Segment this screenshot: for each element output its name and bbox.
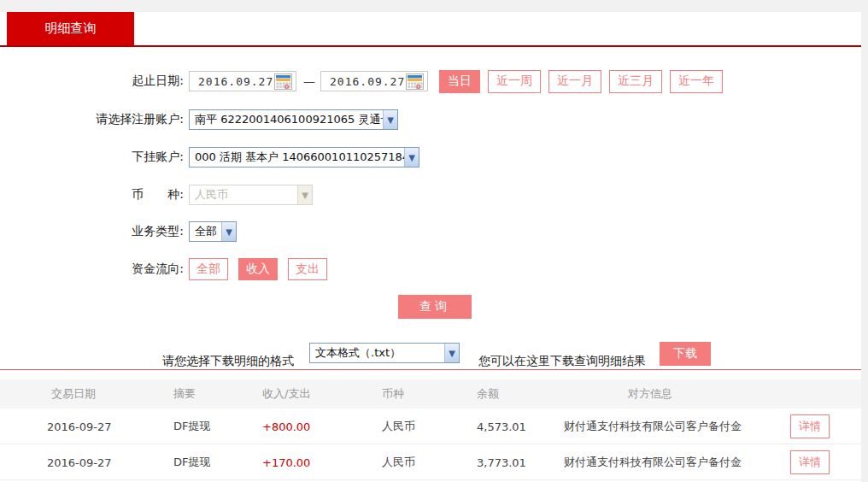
download-format-label: 请您选择下载明细的格式 (162, 354, 294, 369)
fund-direction-row: 资金流向: 全部 收入 支出 (0, 257, 337, 281)
date-separator: — (303, 74, 315, 88)
currency-row: 币 种: 人民币 ▼ (0, 184, 313, 206)
quick-btn-month[interactable]: 近一月 (548, 70, 601, 93)
header-currency: 币种 (382, 386, 404, 402)
sub-account-label: 下挂账户: (0, 150, 184, 165)
cell-date: 2016-09-27 (47, 420, 112, 432)
cell-amount: +800.00 (262, 420, 310, 432)
header-balance: 余额 (477, 386, 499, 402)
cell-currency: 人民币 (382, 419, 415, 434)
header-counterparty: 对方信息 (628, 386, 672, 402)
detail-button[interactable]: 详情 (790, 450, 830, 474)
flow-btn-expense[interactable]: 支出 (288, 258, 327, 280)
end-date-value: 2016.09.27 (330, 75, 406, 88)
date-range-row: 起止日期: 2016.09.27 — 2016.09.27 (0, 70, 723, 92)
calendar-icon[interactable] (406, 73, 424, 90)
quick-btn-year-label: 近一年 (678, 73, 714, 89)
table-top-divider (0, 369, 861, 370)
quick-btn-today-label: 当日 (448, 73, 472, 89)
query-button[interactable]: 查询 (398, 295, 472, 319)
register-account-value: 南平 6222001406100921065 灵通卡 (190, 112, 383, 127)
cell-counterparty: 财付通支付科技有限公司客户备付金 (564, 419, 742, 434)
query-button-label: 查询 (419, 299, 450, 314)
download-format-select[interactable]: 文本格式（.txt） ▼ (309, 343, 460, 363)
currency-label: 币 种: (0, 187, 184, 203)
content-panel: 明细查询 起止日期: 2016.09.27 — 2016.09.27 (0, 12, 861, 482)
flow-btn-income-label: 收入 (246, 262, 270, 277)
quick-btn-year[interactable]: 近一年 (670, 70, 723, 93)
header-date: 交易日期 (51, 386, 96, 402)
flow-btn-expense-label: 支出 (296, 262, 320, 277)
business-type-label: 业务类型: (0, 224, 184, 239)
quick-btn-week[interactable]: 近一周 (488, 70, 541, 93)
fund-direction-label: 资金流向: (0, 262, 184, 277)
sub-account-value: 000 活期 基本户 1406600101102571848 (190, 150, 404, 165)
download-format-value: 文本格式（.txt） (310, 345, 444, 361)
header-amount: 收入/支出 (262, 386, 310, 402)
start-date-value: 2016.09.27 (198, 75, 274, 88)
chevron-down-icon[interactable]: ▼ (383, 110, 397, 129)
download-hint: 您可以在这里下载查询明细结果 (478, 354, 646, 369)
tab-detail-query[interactable]: 明细查询 (7, 12, 134, 45)
header-summary: 摘要 (173, 386, 196, 402)
register-account-label: 请选择注册账户: (0, 112, 184, 127)
cell-counterparty: 财付通支付科技有限公司客户备付金 (564, 455, 742, 470)
flow-btn-all[interactable]: 全部 (189, 258, 228, 280)
register-account-select[interactable]: 南平 6222001406100921065 灵通卡 ▼ (189, 109, 398, 130)
start-date-input[interactable]: 2016.09.27 (189, 71, 296, 91)
flow-btn-all-label: 全部 (196, 262, 220, 277)
chevron-down-icon[interactable]: ▼ (404, 148, 419, 167)
chevron-down-icon[interactable]: ▼ (221, 222, 236, 241)
cell-balance: 4,573.01 (477, 420, 526, 432)
currency-value: 人民币 (190, 187, 297, 203)
table-header: 交易日期 摘要 收入/支出 币种 余额 对方信息 (0, 379, 861, 409)
download-button-label: 下载 (673, 346, 697, 362)
business-type-value: 全部 (190, 224, 221, 239)
cell-summary: DF提现 (173, 455, 211, 470)
register-account-row: 请选择注册账户: 南平 6222001406100921065 灵通卡 ▼ (0, 109, 398, 131)
date-range-label: 起止日期: (0, 73, 184, 89)
business-type-row: 业务类型: 全部 ▼ (0, 220, 237, 243)
quick-btn-week-label: 近一周 (496, 73, 532, 89)
quick-btn-3months-label: 近三月 (618, 73, 654, 89)
sub-account-row: 下挂账户: 000 活期 基本户 1406600101102571848 ▼ (0, 146, 419, 168)
chevron-down-icon: ▼ (297, 185, 312, 204)
tab-label: 明细查询 (45, 21, 97, 37)
cell-currency: 人民币 (382, 455, 415, 470)
table-row: 2016-09-27 DF提现 +800.00 人民币 4,573.01 财付通… (0, 409, 861, 444)
cell-summary: DF提现 (173, 419, 211, 434)
quick-btn-today[interactable]: 当日 (439, 70, 480, 93)
cell-balance: 3,773.01 (477, 456, 526, 468)
download-button[interactable]: 下载 (660, 342, 711, 366)
quick-btn-month-label: 近一月 (557, 73, 593, 89)
currency-select: 人民币 ▼ (189, 185, 313, 205)
cell-date: 2016-09-27 (47, 456, 112, 468)
detail-button[interactable]: 详情 (790, 414, 830, 438)
end-date-input[interactable]: 2016.09.27 (320, 71, 428, 91)
flow-btn-income[interactable]: 收入 (238, 258, 278, 280)
sub-account-select[interactable]: 000 活期 基本户 1406600101102571848 ▼ (189, 147, 419, 168)
calendar-icon[interactable] (274, 73, 292, 90)
table-row: 2016-09-27 DF提现 +170.00 人民币 3,773.01 财付通… (0, 444, 861, 480)
quick-btn-3months[interactable]: 近三月 (609, 70, 662, 93)
tab-underline (0, 45, 861, 47)
chevron-down-icon[interactable]: ▼ (444, 344, 459, 362)
cell-amount: +170.00 (262, 456, 310, 468)
business-type-select[interactable]: 全部 ▼ (189, 221, 237, 242)
